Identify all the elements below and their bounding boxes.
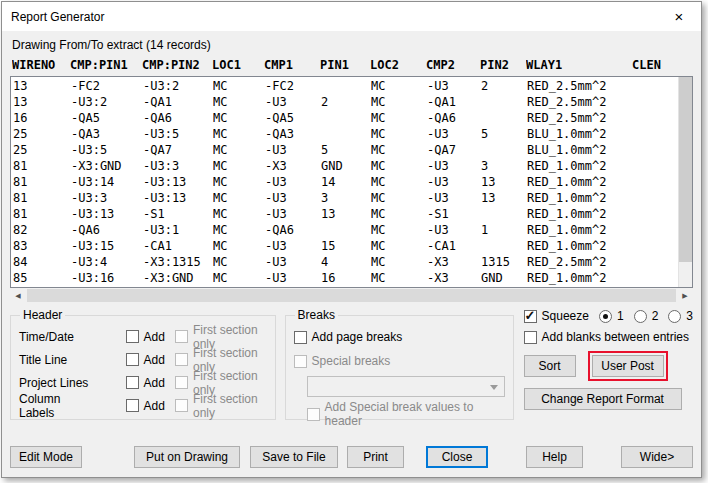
add-blanks-checkbox[interactable]: Add blanks between entries [524, 330, 689, 344]
table-cell: -QA3 [71, 126, 143, 142]
put-on-drawing-button[interactable]: Put on Drawing [134, 446, 240, 468]
table-cell: BLU_1.0mm^2 [527, 142, 633, 158]
table-row[interactable]: 81-U3:3-U3:13MC-U33MC-U313RED_1.0mm^2 [13, 190, 676, 206]
table-cell: MC [213, 238, 265, 254]
table-row[interactable]: 84-U3:4-X3:1315MC-U34MC-X31315RED_2.5mm^… [13, 254, 676, 270]
sort-button[interactable]: Sort [524, 355, 576, 377]
table-cell: MC [213, 254, 265, 270]
table-cell: MC [371, 190, 427, 206]
table-cell: 5 [321, 142, 371, 158]
table-row[interactable]: 13-FC2-U3:2MC-FC2MC-U32RED_2.5mm^2 [13, 78, 676, 94]
radio-selected-icon [599, 310, 612, 323]
table-row[interactable]: 83-U3:15-CA1MC-U315MC-CA1RED_1.0mm^2 [13, 238, 676, 254]
table-cell: MC [213, 94, 265, 110]
table-cell [321, 78, 371, 94]
checkbox-label: Add [144, 330, 165, 344]
table-row[interactable]: 85-U3:16-X3:GNDMC-U316MC-X3GNDRED_1.0mm^… [13, 270, 676, 286]
table-cell: MC [371, 78, 427, 94]
column-header: LOC2 [370, 58, 426, 72]
squeeze-radio-1[interactable]: 1 [599, 309, 624, 323]
checkbox-label: Add page breaks [312, 330, 403, 344]
checkbox-icon [524, 331, 537, 344]
table-cell: MC [213, 174, 265, 190]
table-cell: -QA6 [143, 110, 213, 126]
table-row[interactable]: 13-U3:2-QA1MC-U32MC-QA1RED_2.5mm^2 [13, 94, 676, 110]
table-cell: 3 [481, 158, 527, 174]
columnlabels-first-section-checkbox: First section only [175, 392, 267, 420]
radio-icon [668, 310, 681, 323]
save-to-file-button[interactable]: Save to File [250, 446, 338, 468]
table-cell: RED_1.0mm^2 [527, 222, 633, 238]
user-post-button[interactable]: User Post [592, 355, 664, 377]
table-cell: MC [371, 142, 427, 158]
table-cell: GND [321, 158, 371, 174]
scroll-left-icon[interactable]: ◀ [10, 288, 26, 303]
close-button[interactable]: Close [426, 446, 488, 468]
table-cell: MC [213, 190, 265, 206]
table-row[interactable]: 25-QA3-U3:5MC-QA3MC-U35BLU_1.0mm^2 [13, 126, 676, 142]
title-bar[interactable]: Report Generator × [2, 2, 701, 31]
table-cell: 13 [13, 94, 71, 110]
titleline-label: Title Line [19, 353, 94, 367]
column-header: CMP:PIN2 [142, 58, 212, 72]
table-cell: MC [213, 78, 265, 94]
squeeze-radio-3[interactable]: 3 [668, 309, 693, 323]
records-list[interactable]: 13-FC2-U3:2MC-FC2MC-U32RED_2.5mm^213-U3:… [10, 76, 693, 288]
table-cell: -QA5 [265, 110, 321, 126]
squeeze-checkbox[interactable]: Squeeze [524, 309, 589, 323]
breaks-group: Breaks Add page breaks Special breaks [285, 308, 514, 420]
print-button[interactable]: Print [347, 446, 404, 468]
table-cell: -CA1 [143, 238, 213, 254]
table-cell: MC [371, 174, 427, 190]
edit-mode-button[interactable]: Edit Mode [10, 446, 82, 468]
special-breaks-row: Special breaks [294, 349, 505, 373]
checkbox-icon [294, 331, 307, 344]
table-row[interactable]: 81-U3:13-S1MC-U313MC-S1RED_1.0mm^2 [13, 206, 676, 222]
table-cell: 25 [13, 126, 71, 142]
dialog-body: Drawing From/To extract (14 records) WIR… [2, 38, 701, 468]
scroll-right-icon[interactable]: ▶ [677, 288, 693, 303]
table-row[interactable]: 81-X3:GND-U3:3MC-X3GNDMC-U33RED_1.0mm^2 [13, 158, 676, 174]
horizontal-scrollbar[interactable]: ◀ ▶ [10, 288, 693, 303]
vertical-scrollbar[interactable] [678, 77, 692, 287]
column-header-row: WIRENOCMP:PIN1CMP:PIN2LOC1CMP1PIN1LOC2CM… [10, 57, 693, 76]
page-breaks-row: Add page breaks [294, 325, 505, 349]
table-row[interactable]: 81-U3:14-U3:13MC-U314MC-U313RED_1.0mm^2 [13, 174, 676, 190]
table-cell: RED_1.0mm^2 [527, 270, 633, 286]
projectlines-add-checkbox[interactable]: Add [126, 376, 165, 390]
table-row[interactable]: 25-U3:5-QA7MC-U35MC-QA7BLU_1.0mm^2 [13, 142, 676, 158]
table-cell [481, 94, 527, 110]
titleline-add-checkbox[interactable]: Add [126, 353, 165, 367]
columnlabels-add-checkbox[interactable]: Add [126, 399, 165, 413]
table-cell: -QA6 [427, 110, 481, 126]
table-cell: RED_2.5mm^2 [527, 254, 633, 270]
table-cell: -X3:GND [71, 158, 143, 174]
add-blanks-row: Add blanks between entries [524, 330, 693, 344]
change-report-format-button[interactable]: Change Report Format [524, 388, 682, 410]
table-row[interactable]: 16-QA5-QA6MC-QA5MC-QA6RED_2.5mm^2 [13, 110, 676, 126]
table-cell: 84 [13, 254, 71, 270]
checkbox-icon [126, 353, 139, 366]
report-generator-dialog: Report Generator × Drawing From/To extra… [1, 1, 702, 478]
table-row[interactable]: 82-QA6-U3:1MC-QA6MC-U31RED_1.0mm^2 [13, 222, 676, 238]
horizontal-scrollbar-thumb[interactable] [27, 289, 676, 302]
wide-button[interactable]: Wide> [621, 446, 693, 468]
squeeze-radio-2[interactable]: 2 [634, 309, 659, 323]
table-cell: MC [371, 222, 427, 238]
radio-label: 3 [686, 309, 693, 323]
close-icon[interactable]: × [657, 2, 701, 31]
table-cell: -U3:15 [71, 238, 143, 254]
column-header: CMP:PIN1 [70, 58, 142, 72]
add-page-breaks-checkbox[interactable]: Add page breaks [294, 330, 403, 344]
table-cell: RED_1.0mm^2 [527, 206, 633, 222]
table-cell: 81 [13, 158, 71, 174]
table-cell: -U3:4 [71, 254, 143, 270]
timedate-label: Time/Date [19, 330, 94, 344]
table-cell [321, 110, 371, 126]
column-header: CMP1 [264, 58, 320, 72]
help-button[interactable]: Help [526, 446, 583, 468]
table-cell: -S1 [427, 206, 481, 222]
vertical-scrollbar-thumb[interactable] [679, 77, 692, 262]
table-cell: MC [213, 270, 265, 286]
timedate-add-checkbox[interactable]: Add [126, 330, 165, 344]
